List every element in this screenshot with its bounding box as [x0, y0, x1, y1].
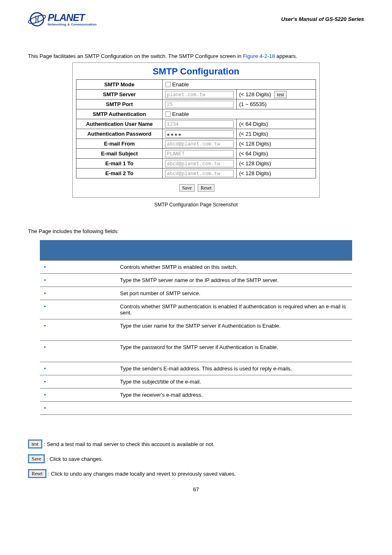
- email-subject-hint: (< 64 Digits): [237, 149, 316, 159]
- object-cell: •: [40, 362, 116, 375]
- auth-user-label: Authentication User Name: [76, 119, 163, 129]
- smtp-port-input[interactable]: 25: [165, 101, 234, 108]
- email-from-hint: (< 128 Digits): [237, 139, 316, 149]
- object-cell: •: [40, 287, 116, 300]
- reset-button[interactable]: Reset: [198, 184, 214, 192]
- table-row: •Type the receiver's e-mail address.: [40, 388, 352, 402]
- description-cell: Type the password for the SMTP server if…: [116, 341, 352, 362]
- svg-point-0: [30, 13, 44, 26]
- table-row: •Controls whether SMTP is enabled on thi…: [40, 261, 352, 274]
- test-button-icon: test: [28, 439, 42, 449]
- email2-to-label: E-mail 2 To: [76, 169, 163, 178]
- email1-to-label: E-mail 1 To: [76, 159, 163, 169]
- table-row: •Type the sender's E-mail address. This …: [40, 362, 352, 375]
- smtp-mode-checkbox[interactable]: [165, 82, 171, 87]
- save-button[interactable]: Save: [179, 184, 194, 192]
- object-cell: •: [40, 402, 116, 415]
- email-subject-input[interactable]: PLANET: [165, 150, 234, 157]
- page-header: PLANET Networking & Communication User's…: [28, 10, 364, 28]
- email-from-input[interactable]: abcd@planet.com.tw: [165, 140, 234, 148]
- screenshot-caption: SMTP Configuration Page Screenshot: [28, 202, 364, 208]
- figure-link[interactable]: Figure 4-2-18: [243, 53, 275, 59]
- intro-before: This Page facilitates an SMTP Configurat…: [28, 53, 243, 59]
- description-cell: Type the sender's E-mail address. This a…: [116, 362, 352, 375]
- email-from-label: E-mail From: [76, 139, 163, 149]
- smtp-server-hint: (< 128 Digits): [239, 91, 271, 97]
- brand-tagline: Networking & Communication: [48, 23, 97, 26]
- brand-logo: PLANET Networking & Communication: [28, 10, 97, 28]
- reset-button-icon: Reset: [28, 469, 46, 478]
- description-cell: Type the subject/title of the e-mail.: [116, 375, 352, 388]
- smtp-table: SMTP Mode Enable SMTP Server planet.com.…: [76, 79, 316, 178]
- smtp-port-label: SMTP Port: [76, 99, 163, 109]
- object-cell: •: [40, 300, 116, 319]
- planet-icon: [28, 10, 46, 28]
- table-row: •Type the SMTP server name or the IP add…: [40, 274, 352, 287]
- button-descriptions: test : Send a test mail to mail server t…: [28, 439, 364, 478]
- table-row: •Controls whether SMTP authentication is…: [40, 300, 352, 319]
- page-number: 67: [28, 486, 364, 493]
- description-cell: Set port number of SMTP service.: [116, 287, 352, 300]
- save-button-icon: Save: [28, 454, 45, 463]
- auth-user-hint: (< 64 Digits): [237, 119, 316, 129]
- smtp-auth-enable-text: Enable: [172, 111, 189, 117]
- fields-table: •Controls whether SMTP is enabled on thi…: [40, 240, 352, 415]
- manual-title: User's Manual of GS-5220 Series: [281, 16, 364, 22]
- object-cell: •: [40, 274, 116, 287]
- email2-to-hint: (< 128 Digits): [237, 169, 316, 178]
- table-row: •Type the subject/title of the e-mail.: [40, 375, 352, 388]
- smtp-test-button[interactable]: test: [274, 91, 287, 98]
- smtp-mode-label: SMTP Mode: [76, 80, 163, 90]
- smtp-auth-checkbox[interactable]: [165, 111, 171, 117]
- description-cell: [116, 402, 352, 415]
- brand-name: PLANET: [48, 13, 97, 23]
- object-cell: •: [40, 388, 116, 402]
- intro-after: appears.: [275, 53, 297, 59]
- smtp-mode-enable-text: Enable: [172, 81, 189, 88]
- email-subject-label: E-mail Subject: [76, 149, 163, 159]
- object-cell: •: [40, 261, 116, 274]
- description-cell: Controls whether SMTP authentication is …: [116, 300, 352, 319]
- email1-to-hint: (< 128 Digits): [237, 159, 316, 169]
- table-row: •Type the user name for the SMTP server …: [40, 319, 352, 341]
- table-row: •Set port number of SMTP service.: [40, 287, 352, 300]
- smtp-auth-label: SMTP Authentication: [76, 109, 163, 119]
- auth-pass-input[interactable]: ●●●●: [165, 130, 234, 138]
- reset-button-desc: : Click to undo any changes made locally…: [48, 471, 236, 477]
- test-button-desc: : Send a test mail to mail server to che…: [44, 441, 214, 447]
- smtp-server-input[interactable]: planet.com.tw: [165, 91, 234, 98]
- auth-user-input[interactable]: 1234: [165, 120, 234, 128]
- auth-pass-hint: (< 21 Digits): [237, 129, 316, 139]
- description-cell: Type the SMTP server name or the IP addr…: [116, 274, 352, 287]
- intro-text: This Page facilitates an SMTP Configurat…: [28, 53, 364, 59]
- smtp-port-hint: (1 ~ 65535): [237, 99, 316, 109]
- smtp-server-label: SMTP Server: [76, 90, 163, 99]
- email1-to-input[interactable]: abcd@planet.com.tw: [165, 160, 234, 167]
- smtp-screenshot: SMTP Configuration SMTP Mode Enable SMTP…: [72, 62, 320, 198]
- description-cell: Controls whether SMTP is enabled on this…: [116, 261, 352, 274]
- table-row: •Type the password for the SMTP server i…: [40, 341, 352, 362]
- save-button-desc: : Click to save changes.: [46, 456, 103, 462]
- fields-intro: The Page includes the following fields:: [28, 228, 364, 234]
- auth-pass-label: Authentication Password: [76, 129, 163, 139]
- table-row: •: [40, 402, 352, 415]
- object-cell: •: [40, 319, 116, 341]
- object-cell: •: [40, 341, 116, 362]
- email2-to-input[interactable]: abcd@planet.com.tw: [165, 170, 234, 177]
- description-cell: Type the user name for the SMTP server i…: [116, 319, 352, 341]
- smtp-heading: SMTP Configuration: [76, 65, 316, 79]
- svg-point-1: [28, 14, 46, 25]
- description-cell: Type the receiver's e-mail address.: [116, 388, 352, 402]
- object-cell: •: [40, 375, 116, 388]
